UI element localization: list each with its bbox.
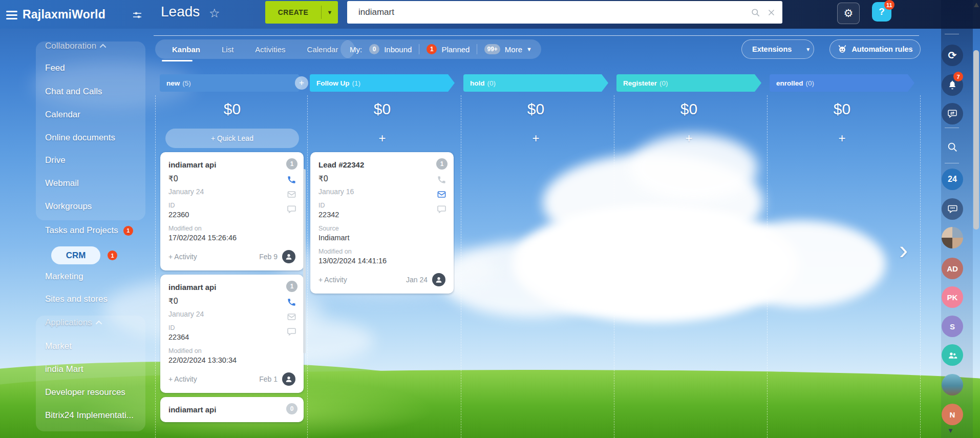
messenger-button[interactable] [942,103,963,124]
group-chat-button[interactable] [942,198,963,220]
sidebar-item-bitrix24-implementation[interactable]: Bitrix24 Implementati... [45,410,134,421]
column-total: $0 [310,99,455,119]
sidebar-section-collaboration[interactable]: Collaboration [45,41,106,51]
add-lead-button[interactable]: + [463,129,608,148]
sidebar-item-tasks-and-projects[interactable]: Tasks and Projects1 [45,225,133,236]
avatar-monogram: PK [947,293,958,302]
sidebar-item-feed[interactable]: Feed [45,63,65,73]
assignee-avatar[interactable] [282,250,295,263]
phone-icon[interactable] [437,175,446,184]
lead-card[interactable]: indiamart api 0 [160,397,304,422]
sidebar-item-sites-and-stores[interactable]: Sites and stores [45,294,108,304]
column-header-registeter[interactable]: Registeter (0) [616,74,761,92]
sidebar-section-applications[interactable]: Applications [45,318,102,328]
sidebar-item-workgroups[interactable]: Workgroups [45,201,92,212]
sidebar-item-chat-and-calls[interactable]: Chat and Calls [45,87,102,97]
assignee-avatar[interactable] [282,372,295,386]
extensions-dropdown-arrow[interactable]: ▼ [799,47,817,52]
column-header-enrolled[interactable]: enrolled (0) [770,74,914,92]
card-title[interactable]: indiamart api [168,282,295,293]
email-icon[interactable] [437,190,446,199]
sidebar-item-webmail[interactable]: Webmail [45,178,79,189]
lead-card[interactable]: Lead #22342 1 ₹0 January 16 ID 22342 Sou… [310,152,454,294]
column-count: (5) [182,79,191,87]
user-avatar-s[interactable]: S [942,316,963,337]
column-scrollbar[interactable] [303,169,306,353]
notifications-badge: 7 [953,72,963,81]
user-avatar-ad[interactable]: AD [942,258,963,279]
sidebar-item-drive[interactable]: Drive [45,155,66,165]
chat-icon[interactable] [287,204,296,214]
rail-scroll-down-chevron[interactable]: ▼ [947,427,954,434]
search-input[interactable] [358,7,743,17]
create-dropdown-arrow[interactable]: ▼ [322,9,338,15]
hamburger-menu-button[interactable] [6,9,17,22]
chat-lines-icon [947,109,957,119]
filter-slider-icon[interactable] [132,10,142,20]
user-avatar-collage[interactable] [942,227,963,248]
add-activity-link[interactable]: + Activity [168,253,197,261]
card-title[interactable]: indiamart api [168,159,295,170]
filter-planned[interactable]: Planned [441,45,470,54]
card-due-date: Feb 1 [259,375,278,383]
add-activity-link[interactable]: + Activity [168,375,197,383]
avatar-monogram: N [950,410,955,419]
shared-group-button[interactable] [942,344,963,366]
brand-title[interactable]: RajlaxmiWorld [23,8,105,22]
settings-gear-button[interactable]: ⚙ [837,3,860,24]
tab-kanban[interactable]: Kanban [161,45,211,54]
phone-icon[interactable] [287,297,296,307]
column-header-hold[interactable]: hold (0) [463,74,608,92]
bitrix24-logo-button[interactable]: 24 [942,169,963,190]
add-stage-plus-button[interactable]: + [295,76,308,90]
item-label: Feed [45,63,65,73]
card-count-badge: 1 [286,281,297,292]
favorite-star-icon[interactable]: ☆ [209,6,220,20]
quick-lead-button[interactable]: + Quick Lead [165,129,299,148]
chevron-up-icon [95,320,102,327]
assignee-avatar[interactable] [432,273,445,286]
email-icon[interactable] [287,190,296,199]
add-lead-button[interactable]: + [616,129,761,148]
extensions-button[interactable]: Extensions ▼ [741,39,814,59]
column-header-new[interactable]: new (5) [160,74,305,92]
sidebar-item-developer-resources[interactable]: Developer resources [45,387,125,398]
right-rail [941,0,973,438]
phone-icon[interactable] [287,175,296,184]
filter-more[interactable]: More [505,45,522,54]
sidebar-item-marketing[interactable]: Marketing [45,272,83,282]
rail-search-button[interactable] [942,136,963,158]
sidebar-item-calendar[interactable]: Calendar [45,110,80,120]
add-lead-button[interactable]: + [770,129,914,148]
add-activity-link[interactable]: + Activity [318,276,347,284]
sidebar-item-crm[interactable]: CRM [51,246,100,264]
filter-inbound[interactable]: Inbound [384,45,412,54]
item-label: Workgroups [45,201,92,212]
add-lead-button[interactable]: + [310,129,455,148]
next-columns-arrow[interactable]: › [899,237,908,263]
window-scrollbar-thumb[interactable] [973,50,979,230]
create-button[interactable]: CREATE ▼ [265,1,338,24]
chat-icon[interactable] [437,204,446,214]
column-header-follow-up[interactable]: Follow Up (1) [310,74,455,92]
sidebar-item-india-mart[interactable]: india Mart [45,364,83,374]
card-title[interactable]: Lead #22342 [318,159,445,170]
sidebar-item-online-documents[interactable]: Online documents [45,133,115,143]
user-avatar-pk[interactable]: PK [942,286,963,308]
lead-card[interactable]: indiamart api 1 ₹0 January 24 ID 22364 M… [160,275,304,393]
clear-search-icon[interactable] [768,9,775,16]
lead-card[interactable]: indiamart api 1 ₹0 January 24 ID 22360 M… [160,152,304,270]
more-chevron-down-icon[interactable]: ▼ [526,46,532,52]
history-button[interactable]: ⟳ [942,45,963,66]
user-avatar-photo[interactable] [942,374,963,395]
chat-icon[interactable] [287,327,296,337]
search-icon[interactable] [751,8,760,17]
tab-activities[interactable]: Activities [244,45,296,54]
scrollbar-up-arrow[interactable] [974,3,979,7]
email-icon[interactable] [287,312,296,322]
automation-rules-button[interactable]: Automation rules [829,39,921,59]
card-title[interactable]: indiamart api [168,404,295,415]
sidebar-item-market[interactable]: Market [45,341,72,351]
tab-list[interactable]: List [211,45,244,54]
user-avatar-n[interactable]: N [942,404,963,425]
